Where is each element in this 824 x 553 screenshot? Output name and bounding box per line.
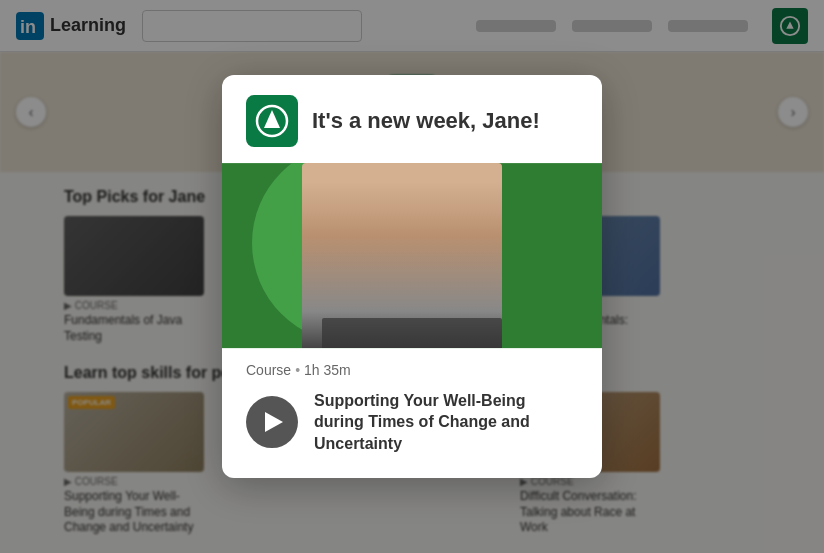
modal-course-meta: Course • 1h 35m	[222, 348, 602, 386]
modal-course-title: Supporting Your Well-Being during Times …	[314, 390, 578, 455]
meta-separator: •	[295, 362, 300, 378]
modal-header: It's a new week, Jane!	[222, 75, 602, 163]
play-button[interactable]	[246, 396, 298, 448]
modal-flexis-logo	[246, 95, 298, 147]
laptop-silhouette	[322, 318, 502, 348]
modal-hero-image	[222, 163, 602, 348]
modal-course-info: Supporting Your Well-Being during Times …	[222, 386, 602, 455]
play-triangle-icon	[265, 412, 283, 432]
course-duration-text: 1h 35m	[304, 362, 351, 378]
flexis-logo-icon	[255, 104, 289, 138]
modal-course-text: Supporting Your Well-Being during Times …	[314, 390, 578, 455]
modal-greeting: It's a new week, Jane!	[312, 108, 540, 134]
course-type-text: Course	[246, 362, 291, 378]
welcome-modal: It's a new week, Jane! Course • 1h 35m S…	[222, 75, 602, 479]
